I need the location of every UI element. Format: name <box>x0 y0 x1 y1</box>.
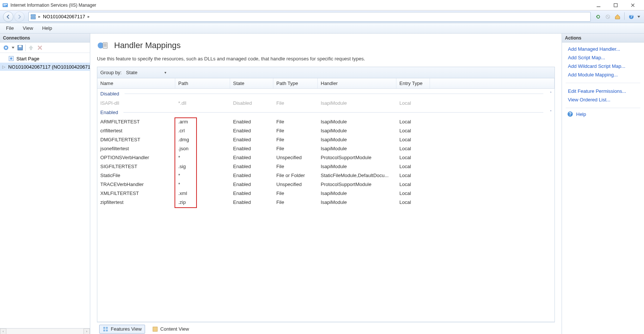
bottom-view-tabs: Features View Content View <box>97 322 555 334</box>
table-row[interactable]: jsonefiltertest.jsonEnabledFileIsapiModu… <box>97 144 555 153</box>
grid-cell: Local <box>396 190 430 196</box>
action-link[interactable]: Add Script Map... <box>562 53 644 62</box>
forward-button[interactable] <box>14 12 25 22</box>
grid-cell: IsapiModule <box>318 137 396 142</box>
table-row[interactable]: ARMFILTERTEST.armEnabledFileIsapiModuleL… <box>97 117 555 126</box>
column-header-handler[interactable]: Handler <box>318 78 396 88</box>
features-view-tab[interactable]: Features View <box>99 325 145 334</box>
menu-help[interactable]: Help <box>38 24 56 32</box>
table-row[interactable]: ISAPI-dll*.dllDisabledFileIsapiModuleLoc… <box>97 98 555 107</box>
menu-view[interactable]: View <box>19 24 37 32</box>
group-label: Disabled <box>100 91 119 97</box>
refresh-button[interactable] <box>594 12 603 21</box>
close-button[interactable] <box>628 1 638 9</box>
column-header-name[interactable]: Name <box>97 78 175 88</box>
grid-cell: StaticFileModule,DefaultDocu... <box>318 173 396 178</box>
horizontal-scrollbar[interactable]: ‹ › <box>0 328 90 334</box>
connections-panel: Connections Start Page ▷ NO1010042067117… <box>0 34 90 334</box>
grid-cell: File or Folder <box>273 173 318 178</box>
maximize-button[interactable] <box>610 1 621 9</box>
column-header-path[interactable]: Path <box>175 78 230 88</box>
grid-cell: * <box>175 155 230 160</box>
action-link[interactable]: Add Wildcard Script Map... <box>562 62 644 70</box>
content-view-tab[interactable]: Content View <box>149 325 192 334</box>
group-by-label: Group by: <box>100 70 122 75</box>
scroll-track[interactable] <box>6 328 84 334</box>
svg-rect-26 <box>104 45 107 45</box>
collapse-icon[interactable]: ˆ <box>546 110 552 114</box>
home-button[interactable] <box>613 12 622 21</box>
content-view-icon <box>152 326 158 332</box>
crumb-separator-icon: ▸ <box>38 14 41 19</box>
handler-mappings-grid[interactable]: Name Path State Path Type Handler Entry … <box>97 78 555 322</box>
address-bar[interactable]: ▸ NO1010042067117 ▸ <box>28 12 591 22</box>
svg-rect-8 <box>31 17 35 19</box>
column-header-state[interactable]: State <box>230 78 273 88</box>
grid-cell: File <box>273 164 318 169</box>
grid-cell: IsapiModule <box>318 164 396 169</box>
action-link[interactable]: View Ordered List... <box>562 95 644 104</box>
grid-cell: .dmg <box>175 137 230 142</box>
features-view-icon <box>103 326 109 332</box>
grid-cell: File <box>273 199 318 205</box>
grid-cell: Local <box>396 155 430 160</box>
minimize-button[interactable] <box>593 1 604 9</box>
svg-rect-16 <box>19 45 22 47</box>
table-row[interactable]: StaticFile*EnabledFile or FolderStaticFi… <box>97 171 555 180</box>
back-button[interactable] <box>3 12 13 22</box>
tree-start-page[interactable]: Start Page <box>0 54 90 63</box>
column-header-entry-type[interactable]: Entry Type <box>396 78 430 88</box>
collapse-icon[interactable]: ˆ <box>546 91 552 96</box>
help-link[interactable]: ? Help <box>562 110 644 119</box>
table-row[interactable]: crlfiltertest.crlEnabledFileIsapiModuleL… <box>97 126 555 135</box>
action-link[interactable]: Add Module Mapping... <box>562 70 644 79</box>
group-header[interactable]: Disabledˆ <box>97 89 555 98</box>
grid-cell: IsapiModule <box>318 199 396 205</box>
page-title: Handler Mappings <box>114 41 181 50</box>
grid-cell: Local <box>396 119 430 125</box>
table-row[interactable]: DMGFILTERTEST.dmgEnabledFileIsapiModuleL… <box>97 135 555 144</box>
table-row[interactable]: XMLFILTERTEST.xmlEnabledFileIsapiModuleL… <box>97 189 555 198</box>
action-link[interactable]: Add Managed Handler... <box>562 45 644 53</box>
help-dropdown-button[interactable]: ? <box>627 12 636 21</box>
group-header[interactable]: Enabledˆ <box>97 107 555 117</box>
grid-cell: DMGFILTERTEST <box>97 137 175 142</box>
svg-rect-28 <box>103 327 105 329</box>
table-row[interactable]: OPTIONSVerbHandler*EnabledUnspecifiedPro… <box>97 153 555 162</box>
svg-rect-2 <box>3 5 6 6</box>
grid-cell: Enabled <box>230 146 273 151</box>
column-header-path-type[interactable]: Path Type <box>273 78 318 88</box>
grid-cell: .sig <box>175 164 230 169</box>
grid-cell: Enabled <box>230 155 273 160</box>
group-by-select[interactable]: State ▾ <box>124 69 169 77</box>
connect-dropdown[interactable] <box>11 44 15 51</box>
title-bar: Internet Information Services (IIS) Mana… <box>0 0 644 10</box>
table-row[interactable]: zipfiltertest.zipEnabledFileIsapiModuleL… <box>97 198 555 207</box>
connections-tree[interactable]: Start Page ▷ NO1010042067117 (NO10100420… <box>0 53 90 328</box>
grid-cell: IsapiModule <box>318 100 396 106</box>
grid-cell: IsapiModule <box>318 119 396 125</box>
save-connections-button[interactable] <box>16 44 24 51</box>
grid-cell: File <box>273 128 318 133</box>
page-description: Use this feature to specify the resource… <box>97 56 555 62</box>
delete-button[interactable] <box>36 44 44 51</box>
table-row[interactable]: TRACEVerbHandler*EnabledUnspecifiedProto… <box>97 180 555 189</box>
grid-cell: XMLFILTERTEST <box>97 190 175 196</box>
scroll-left-button[interactable]: ‹ <box>0 328 6 334</box>
tree-server-node[interactable]: ▷ NO1010042067117 (NO1010042067117) <box>0 63 90 71</box>
grid-cell: * <box>175 173 230 178</box>
stop-button[interactable] <box>603 12 612 21</box>
column-header-spacer <box>430 78 555 88</box>
menu-file[interactable]: File <box>2 24 18 32</box>
tree-expand-icon[interactable]: ▷ <box>2 64 5 69</box>
scroll-right-button[interactable]: › <box>84 328 90 334</box>
table-row[interactable]: SIGFILTERTEST.sigEnabledFileIsapiModuleL… <box>97 162 555 171</box>
breadcrumb-node[interactable]: NO1010042067117 <box>43 14 85 19</box>
up-button[interactable] <box>27 44 35 51</box>
action-link[interactable]: Edit Feature Permissions... <box>562 87 644 95</box>
svg-rect-27 <box>104 46 107 47</box>
group-label: Enabled <box>100 110 118 115</box>
help-dropdown-arrow[interactable] <box>637 12 641 21</box>
connect-button[interactable] <box>2 44 10 51</box>
svg-point-20 <box>10 57 12 60</box>
